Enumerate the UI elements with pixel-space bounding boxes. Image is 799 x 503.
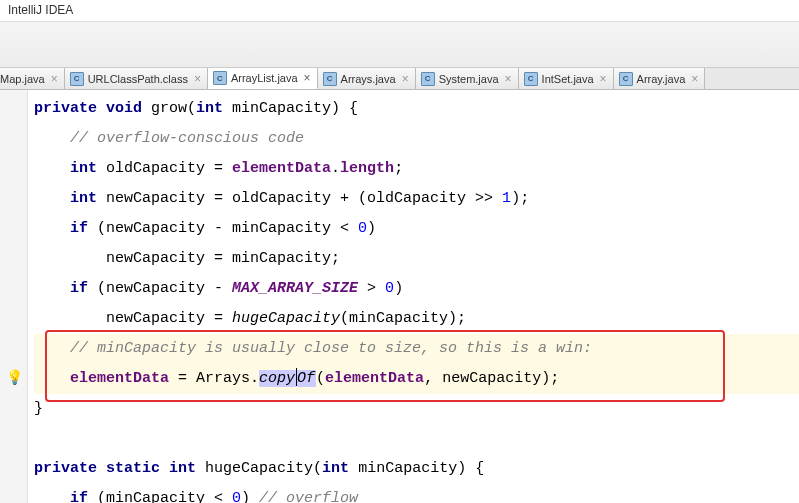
java-class-icon: C [323, 72, 337, 86]
tab-arraylist[interactable]: C ArrayList.java × [208, 68, 318, 89]
code-line: } [34, 394, 799, 424]
intention-bulb-icon[interactable]: 💡 [6, 363, 23, 393]
toolbar-area [0, 22, 799, 68]
java-class-icon: C [213, 71, 227, 85]
tab-label: Map.java [0, 73, 45, 85]
close-icon[interactable]: × [691, 72, 698, 86]
code-line: newCapacity = minCapacity; [34, 244, 799, 274]
close-icon[interactable]: × [600, 72, 607, 86]
code-line: // overflow-conscious code [34, 124, 799, 154]
code-line [34, 424, 799, 454]
tab-intset[interactable]: C IntSet.java × [519, 68, 614, 89]
editor-tabbar: Map.java × C URLClassPath.class × C Arra… [0, 68, 799, 90]
code-line: private static int hugeCapacity(int minC… [34, 454, 799, 484]
close-icon[interactable]: × [505, 72, 512, 86]
code-line: // minCapacity is usually close to size,… [34, 334, 799, 364]
code-editor[interactable]: 💡 private void grow(int minCapacity) { /… [0, 90, 799, 503]
window-titlebar: IntelliJ IDEA [0, 0, 799, 22]
tab-system[interactable]: C System.java × [416, 68, 519, 89]
tab-map[interactable]: Map.java × [0, 68, 65, 89]
code-line: if (newCapacity - MAX_ARRAY_SIZE > 0) [34, 274, 799, 304]
tab-label: URLClassPath.class [88, 73, 188, 85]
code-line: if (minCapacity < 0) // overflow [34, 484, 799, 503]
close-icon[interactable]: × [194, 72, 201, 86]
java-class-icon: C [619, 72, 633, 86]
code-line: private void grow(int minCapacity) { [34, 94, 799, 124]
window-title: IntelliJ IDEA [8, 3, 73, 17]
tab-label: Arrays.java [341, 73, 396, 85]
tab-urlclasspath[interactable]: C URLClassPath.class × [65, 68, 208, 89]
tab-label: ArrayList.java [231, 72, 298, 84]
tab-label: System.java [439, 73, 499, 85]
close-icon[interactable]: × [51, 72, 58, 86]
code-line: int newCapacity = oldCapacity + (oldCapa… [34, 184, 799, 214]
text-caret [296, 368, 297, 386]
code-line-cursor: elementData = Arrays.copyOf(elementData,… [34, 364, 799, 394]
tab-arrays[interactable]: C Arrays.java × [318, 68, 416, 89]
tab-label: Array.java [637, 73, 686, 85]
java-class-icon: C [421, 72, 435, 86]
java-class-icon: C [70, 72, 84, 86]
close-icon[interactable]: × [402, 72, 409, 86]
java-class-icon: C [524, 72, 538, 86]
code-content: private void grow(int minCapacity) { // … [12, 94, 799, 503]
code-line: newCapacity = hugeCapacity(minCapacity); [34, 304, 799, 334]
editor-gutter [0, 90, 28, 503]
tab-label: IntSet.java [542, 73, 594, 85]
close-icon[interactable]: × [304, 71, 311, 85]
code-line: if (newCapacity - minCapacity < 0) [34, 214, 799, 244]
code-line: int oldCapacity = elementData.length; [34, 154, 799, 184]
tab-array[interactable]: C Array.java × [614, 68, 706, 89]
